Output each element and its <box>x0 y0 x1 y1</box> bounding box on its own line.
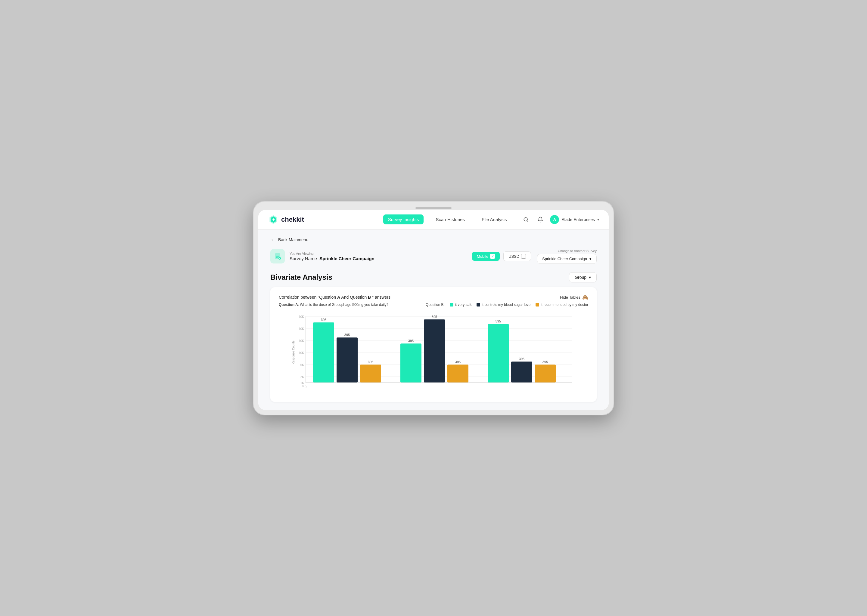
ussd-toggle[interactable]: USSD <box>503 251 531 261</box>
svg-text:2K: 2K <box>300 376 304 379</box>
user-avatar: A <box>550 215 559 224</box>
y-axis-label: Response Counts <box>292 341 295 365</box>
bar-g1-orange <box>360 365 381 383</box>
bar-g3-green <box>488 324 509 383</box>
legend-text-green: it very safe <box>455 303 472 307</box>
back-button[interactable]: ← Back Mainmenu <box>270 237 597 243</box>
legend-item-orange: it recommended by my doctor <box>536 303 588 307</box>
legend-dot-orange <box>536 303 539 306</box>
correlation-suffix: " answers <box>371 295 391 300</box>
survey-name-row: Survey Name Sprinkle Cheer Campaign <box>290 256 472 261</box>
legend-dot-dark <box>476 303 480 306</box>
legend-item-dark: it controls my blood sugar level <box>476 303 531 307</box>
chart-card: Correlation between "Question A And Ques… <box>270 287 597 402</box>
nav-item-file-analysis[interactable]: File Analysis <box>477 214 511 225</box>
svg-line-4 <box>527 220 529 222</box>
question-a-label: Question A: What is the dose of Glucopha… <box>279 303 388 307</box>
survey-name-prefix: Survey Name <box>290 256 317 261</box>
survey-icon: + <box>270 249 285 264</box>
bar-g2-orange <box>447 365 468 383</box>
logo-text: chekkit <box>281 216 304 223</box>
notification-button[interactable] <box>536 215 545 225</box>
survey-toggles: Mobile ✓ USSD <box>472 251 531 261</box>
svg-text:0: 0 <box>302 384 304 388</box>
svg-text:✦: ✦ <box>272 217 275 222</box>
bivariate-title: Bivariate Analysis <box>270 273 333 281</box>
survey-dropdown-chevron: ▾ <box>590 256 591 261</box>
main-content: ← Back Mainmenu + You Are Viewing <box>258 229 609 410</box>
svg-text:395: 395 <box>321 318 326 322</box>
svg-text:10K: 10K <box>299 315 304 319</box>
correlation-prefix: Correlation between "Question <box>279 295 337 300</box>
device-screen: ✦ chekkit Survey Insights Scan Histories… <box>258 210 609 410</box>
survey-labels: You Are Viewing Survey Name Sprinkle Che… <box>290 252 472 261</box>
user-menu[interactable]: A Alade Enterprises ▾ <box>550 215 599 224</box>
svg-text:+: + <box>279 258 280 259</box>
viewing-label: You Are Viewing <box>290 252 472 255</box>
group-dropdown[interactable]: Group ▾ <box>569 272 597 283</box>
svg-text:10K: 10K <box>299 339 304 343</box>
hide-tables-button[interactable]: Hide Tables 🙈 <box>560 294 588 300</box>
selected-survey-name: Sprinkle Cheer Campaign <box>542 256 587 261</box>
mobile-label: Mobile <box>477 254 488 259</box>
survey-name: Sprinkle Cheer Campaign <box>319 256 375 261</box>
legend-text-dark: it controls my blood sugar level <box>482 303 531 307</box>
change-survey-area: Change to Another Survey Sprinkle Cheer … <box>537 249 597 264</box>
svg-text:395: 395 <box>519 357 525 361</box>
bar-g1-green <box>313 322 334 383</box>
bar-g2-dark <box>424 319 445 383</box>
svg-text:395: 395 <box>344 333 350 336</box>
header-actions: A Alade Enterprises ▾ <box>521 215 599 225</box>
device-frame: ✦ chekkit Survey Insights Scan Histories… <box>253 201 614 415</box>
bar-g1-dark <box>337 338 358 383</box>
svg-text:395: 395 <box>408 339 414 343</box>
legend-dot-green <box>450 303 453 306</box>
legend-text-orange: it recommended by my doctor <box>541 303 588 307</box>
group-chevron: ▾ <box>589 275 591 280</box>
nav-item-survey-insights[interactable]: Survey Insights <box>383 214 424 225</box>
user-name: Alade Enterprises <box>561 217 595 222</box>
back-text: Back Mainmenu <box>278 237 308 242</box>
logo-icon: ✦ <box>268 214 279 225</box>
main-nav: Survey Insights Scan Histories File Anal… <box>383 214 512 225</box>
svg-text:5K: 5K <box>300 363 304 367</box>
svg-text:395: 395 <box>432 315 437 319</box>
svg-point-3 <box>524 217 528 221</box>
svg-text:395: 395 <box>542 360 548 364</box>
back-arrow-icon: ← <box>270 237 276 243</box>
bar-chart-svg: Response Counts 10K 10K <box>279 310 588 394</box>
group-label: Group <box>575 275 586 280</box>
survey-dropdown[interactable]: Sprinkle Cheer Campaign ▾ <box>537 254 597 264</box>
logo[interactable]: ✦ chekkit <box>268 214 304 225</box>
bar-g3-dark <box>511 361 532 383</box>
ussd-check-box <box>521 254 526 259</box>
q-a-text: : What is the dose of Glucophage 500mg y… <box>298 303 389 307</box>
svg-text:395: 395 <box>455 360 460 364</box>
svg-text:10K: 10K <box>299 351 304 355</box>
hide-tables-icon: 🙈 <box>582 294 588 300</box>
question-b-letter: B <box>368 295 371 300</box>
bivariate-header: Bivariate Analysis Group ▾ <box>270 272 597 283</box>
questions-row: Question A: What is the dose of Glucopha… <box>279 303 588 307</box>
ussd-label: USSD <box>508 254 519 259</box>
mobile-toggle[interactable]: Mobile ✓ <box>472 252 500 261</box>
correlation-mid: And Question <box>340 295 368 300</box>
device-notch <box>258 206 609 210</box>
chart-card-header: Correlation between "Question A And Ques… <box>279 294 588 300</box>
mobile-check-icon: ✓ <box>490 254 495 259</box>
bar-g3-orange <box>534 365 556 383</box>
change-survey-label: Change to Another Survey <box>558 249 597 253</box>
svg-text:0: 0 <box>305 385 306 389</box>
survey-info-row: + You Are Viewing Survey Name Sprinkle C… <box>270 249 597 264</box>
question-a-letter: A <box>337 295 340 300</box>
bar-g2-green <box>400 344 421 383</box>
legend-row: Question B : it very safe it controls my… <box>426 303 588 307</box>
chart-area: Response Counts 10K 10K <box>279 310 588 394</box>
search-button[interactable] <box>521 215 531 225</box>
user-menu-chevron: ▾ <box>597 217 599 222</box>
legend-item-green: it very safe <box>450 303 472 307</box>
legend-label-b: Question B : <box>426 303 446 307</box>
nav-item-scan-histories[interactable]: Scan Histories <box>431 214 470 225</box>
svg-text:10K: 10K <box>299 327 304 330</box>
svg-text:395: 395 <box>368 360 373 364</box>
